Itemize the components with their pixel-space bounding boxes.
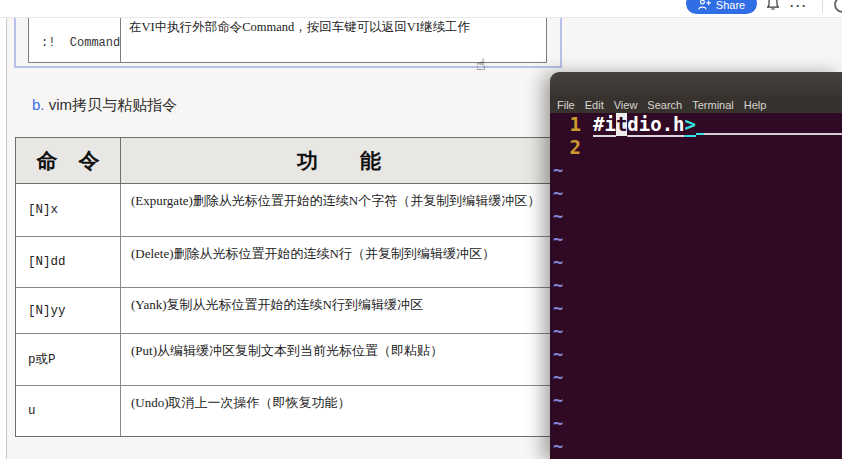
angle-bracket: > (685, 113, 696, 136)
table-row: [N]dd (Delete)删除从光标位置开始的连续N行（并复制到编辑缓冲区） (16, 237, 557, 288)
menu-terminal[interactable]: Terminal (687, 99, 739, 111)
function-cell: (Put)从编辑缓冲区复制文本到当前光标位置（即粘贴） (121, 334, 557, 385)
vim-editor-area[interactable]: 1 #itdio.h> 2 ~ ~ ~ ~ ~ ~ ~ ~ ~ ~ ~ ~ ~ (550, 113, 842, 459)
heading-title: vim拷贝与粘贴指令 (45, 96, 178, 113)
table-row: p或P (Put)从编辑缓冲区复制文本到当前光标位置（即粘贴） (16, 334, 557, 386)
page-edge-line (6, 18, 7, 459)
line-number: 2 (550, 136, 581, 159)
line-number: 1 (550, 113, 581, 136)
menu-help[interactable]: Help (739, 99, 772, 111)
underline-extension (704, 113, 842, 135)
header-function: 功 能 (121, 138, 557, 183)
vim-tilde: ~ (550, 435, 842, 458)
screen: :! Command 在VI中执行外部命令Command，按回车键可以返回VI继… (0, 0, 842, 459)
table-header-row: 命 令 功 能 (16, 138, 557, 184)
command-cell: p或P (16, 334, 121, 385)
function-cell: (Undo)取消上一次操作（即恢复功能） (121, 386, 557, 436)
more-options-icon[interactable]: ··· (790, 0, 808, 13)
header-command: 命 令 (16, 138, 121, 183)
vim-tilde: ~ (550, 389, 842, 412)
underline-cyan-segment (696, 113, 704, 135)
hand-pointer-cursor-icon: ☝ (476, 55, 486, 74)
command-cell: [N]x (16, 184, 121, 236)
vim-tilde: ~ (550, 320, 842, 343)
heading-marker: b. (32, 96, 45, 113)
toolbar-divider (822, 0, 823, 13)
vim-tilde: ~ (550, 297, 842, 320)
notifications-bell-icon[interactable] (765, 0, 781, 15)
function-cell: (Delete)删除从光标位置开始的连续N行（并复制到编辑缓冲区） (121, 237, 557, 287)
vim-line-1: 1 #itdio.h> (550, 113, 842, 136)
text-after-cursor: dio.h (627, 113, 684, 136)
command-cell: [N]yy (16, 288, 121, 333)
command-cell: [N]dd (16, 237, 121, 287)
text-before-cursor: #i (593, 113, 616, 136)
terminal-menubar: File Edit View Search Terminal Help (550, 96, 842, 113)
vim-tilde: ~ (550, 182, 842, 205)
terminal-window[interactable]: File Edit View Search Terminal Help 1 #i… (550, 72, 842, 459)
vim-tilde: ~ (550, 343, 842, 366)
vim-tilde: ~ (550, 274, 842, 297)
vim-tilde: ~ (550, 228, 842, 251)
vim-tilde: ~ (550, 159, 842, 182)
avatar[interactable] (834, 0, 842, 13)
vim-tilde: ~ (550, 366, 842, 389)
person-plus-icon (698, 0, 711, 10)
function-cell: (Expurgate)删除从光标位置开始的连续N个字符（并复制到编辑缓冲区） (121, 184, 557, 236)
table-row: u (Undo)取消上一次操作（即恢复功能） (16, 386, 557, 436)
app-toolbar: Share ··· (0, 0, 842, 18)
vim-tilde: ~ (550, 205, 842, 228)
menu-view[interactable]: View (609, 99, 643, 111)
command-cell: u (16, 386, 121, 436)
menu-search[interactable]: Search (642, 99, 687, 111)
vim-tilde: ~ (550, 251, 842, 274)
vim-line-text: #itdio.h> (593, 113, 696, 136)
vim-block-cursor: t (616, 113, 627, 136)
vim-tilde: ~ (550, 412, 842, 435)
section-heading: b. vim拷贝与粘贴指令 (32, 96, 177, 115)
share-button[interactable]: Share (686, 0, 757, 14)
vim-line-2: 2 (550, 136, 842, 159)
table-row: [N]x (Expurgate)删除从光标位置开始的连续N个字符（并复制到编辑缓… (16, 184, 557, 237)
table-row: [N]yy (Yank)复制从光标位置开始的连续N行到编辑缓冲区 (16, 288, 557, 334)
function-cell: (Yank)复制从光标位置开始的连续N行到编辑缓冲区 (121, 288, 557, 333)
menu-file[interactable]: File (552, 99, 580, 111)
menu-edit[interactable]: Edit (580, 99, 609, 111)
terminal-titlebar[interactable] (550, 72, 842, 96)
vim-copy-paste-table: 命 令 功 能 [N]x (Expurgate)删除从光标位置开始的连续N个字符… (15, 137, 558, 437)
share-label: Share (716, 0, 745, 11)
